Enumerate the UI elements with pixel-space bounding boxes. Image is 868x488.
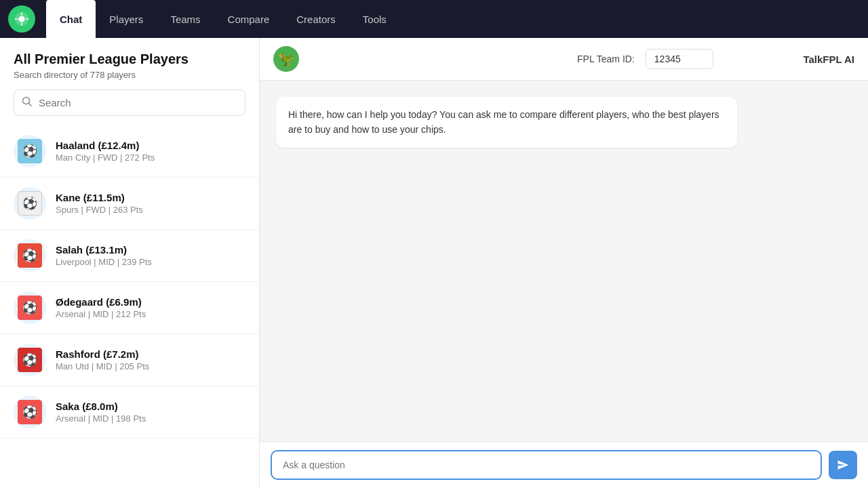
player-meta: Arsenal | MID | 198 Pts (56, 413, 146, 424)
table-row[interactable]: ⚽ Haaland (£12.4m) Man City | FWD | 272 … (0, 125, 259, 178)
player-info: Ødegaard (£6.9m) Arsenal | MID | 212 Pts (56, 296, 146, 319)
player-name: Haaland (£12.4m) (56, 140, 155, 151)
player-list: ⚽ Haaland (£12.4m) Man City | FWD | 272 … (0, 125, 259, 488)
nav-items: Chat Players Teams Compare Creators Tool… (46, 0, 400, 38)
svg-point-1 (18, 16, 24, 22)
player-name: Saka (£8.0m) (56, 401, 146, 412)
app-logo (8, 5, 35, 33)
sidebar-header: All Premier League Players Search direct… (0, 38, 259, 125)
player-meta: Arsenal | MID | 212 Pts (56, 309, 146, 319)
sidebar-title: All Premier League Players (14, 52, 245, 67)
player-name: Rashford (£7.2m) (56, 348, 149, 360)
nav-tools[interactable]: Tools (349, 0, 400, 38)
avatar: ⚽ (14, 187, 46, 220)
chat-input[interactable] (271, 450, 822, 480)
navbar: Chat Players Teams Compare Creators Tool… (0, 0, 868, 38)
sidebar-subtitle: Search directory of 778 players (14, 70, 245, 80)
player-meta: Man Utd | MID | 205 Pts (56, 361, 149, 371)
table-row[interactable]: ⚽ Saka (£8.0m) Arsenal | MID | 198 Pts (0, 386, 259, 439)
chat-messages: Hi there, how can I help you today? You … (260, 81, 868, 441)
player-info: Kane (£11.5m) Spurs | FWD | 263 Pts (56, 192, 143, 215)
svg-line-3 (29, 103, 32, 106)
avatar: ⚽ (14, 239, 46, 272)
nav-creators[interactable]: Creators (283, 0, 349, 38)
player-meta: Man City | FWD | 272 Pts (56, 152, 155, 163)
fpl-team-input[interactable] (646, 49, 713, 69)
avatar: ⚽ (14, 291, 46, 324)
player-info: Rashford (£7.2m) Man Utd | MID | 205 Pts (56, 348, 149, 371)
search-icon (22, 96, 33, 110)
nav-chat[interactable]: Chat (46, 0, 96, 38)
chat-input-area (260, 441, 868, 488)
player-name: Salah (£13.1m) (56, 244, 152, 256)
table-row[interactable]: ⚽ Kane (£11.5m) Spurs | FWD | 263 Pts (0, 178, 259, 230)
nav-teams[interactable]: Teams (157, 0, 214, 38)
player-name: Ødegaard (£6.9m) (56, 296, 146, 308)
avatar: ⚽ (14, 396, 46, 428)
player-info: Haaland (£12.4m) Man City | FWD | 272 Pt… (56, 140, 155, 163)
bot-avatar: 🦖 (273, 46, 299, 72)
search-input[interactable] (14, 89, 245, 116)
chat-header-left: 🦖 FPL Team ID: (273, 46, 713, 72)
welcome-message: Hi there, how can I help you today? You … (276, 97, 737, 148)
main-layout: All Premier League Players Search direct… (0, 38, 868, 488)
send-button[interactable] (829, 451, 857, 479)
nav-compare[interactable]: Compare (214, 0, 283, 38)
player-info: Saka (£8.0m) Arsenal | MID | 198 Pts (56, 401, 146, 424)
player-info: Salah (£13.1m) Liverpool | MID | 239 Pts (56, 244, 152, 267)
avatar: ⚽ (14, 344, 46, 376)
search-wrapper (14, 89, 245, 116)
chat-header: 🦖 FPL Team ID: TalkFPL AI (260, 38, 868, 81)
brand-label: TalkFPL AI (803, 54, 854, 65)
player-meta: Spurs | FWD | 263 Pts (56, 205, 143, 215)
player-name: Kane (£11.5m) (56, 192, 143, 203)
player-meta: Liverpool | MID | 239 Pts (56, 257, 152, 267)
nav-players[interactable]: Players (96, 0, 157, 38)
chat-area: 🦖 FPL Team ID: TalkFPL AI Hi there, how … (260, 38, 868, 488)
table-row[interactable]: ⚽ Rashford (£7.2m) Man Utd | MID | 205 P… (0, 334, 259, 386)
table-row[interactable]: ⚽ Salah (£13.1m) Liverpool | MID | 239 P… (0, 230, 259, 282)
avatar: ⚽ (14, 135, 46, 167)
table-row[interactable]: ⚽ Ødegaard (£6.9m) Arsenal | MID | 212 P… (0, 282, 259, 334)
fpl-team-label: FPL Team ID: (577, 54, 635, 64)
sidebar: All Premier League Players Search direct… (0, 38, 260, 488)
fpl-team-section: FPL Team ID: (577, 49, 713, 69)
